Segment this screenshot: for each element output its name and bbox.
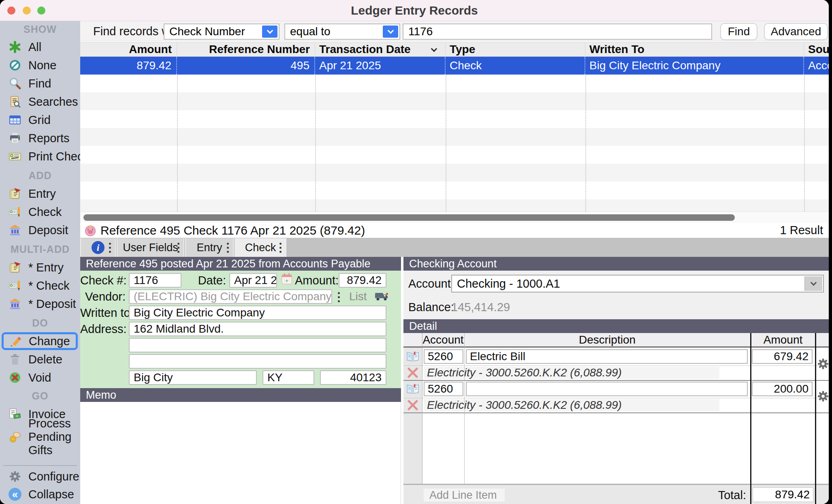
sidebar-item-searches[interactable]: Searches [0,93,80,111]
scrollbar-thumb[interactable] [83,214,735,221]
line1-description-input[interactable]: Electric Bill [466,349,748,364]
account-label: Account: [408,276,454,291]
sidebar-item-change[interactable]: Change [2,332,78,350]
find-button[interactable]: Find [720,23,757,40]
find-operator-select[interactable]: equal to [284,23,400,40]
cell-written-to: Big City Electric Company [585,57,804,75]
sidebar-item-entry[interactable]: Entry [0,185,80,203]
sidebar-item-check[interactable]: Check [0,203,80,221]
column-header-type[interactable]: Type [446,43,585,56]
chevron-down-icon[interactable] [804,276,822,291]
detail-table-header: Account Description Amount [403,333,829,348]
line2-gear-icon[interactable] [817,390,829,404]
address-line1-input[interactable]: 162 Midland Blvd. [129,322,386,336]
amount-label: Amount: [295,273,335,288]
detail-grid-line [815,333,816,504]
sidebar-item-collapse[interactable]: Collapse [0,485,80,503]
line1-amount-input[interactable]: 679.42 [752,349,813,364]
column-separator [446,75,446,211]
tab-menu-dots-icon[interactable] [177,243,179,253]
tab-check[interactable]: Check [235,238,286,257]
cell-source: Accounts Payable [804,57,829,75]
sidebar-item-configure[interactable]: Configure [0,468,80,485]
zip-input[interactable]: 40123 [320,370,386,385]
sidebar-item-multi-deposit[interactable]: * Deposit [0,295,80,313]
line2-description-input[interactable] [466,382,748,396]
sidebar-item-reports[interactable]: Reports [0,129,80,147]
tab-menu-dots-icon[interactable] [227,243,229,253]
column-separator [804,75,805,211]
sidebar-item-multi-entry[interactable]: * Entry [0,258,80,276]
truck-icon[interactable] [374,290,389,304]
sidebar-item-all[interactable]: All [0,38,80,56]
delete-line-x-icon[interactable] [407,399,419,413]
memo-input[interactable] [80,402,401,504]
total-value: 879.42 [753,487,813,502]
tab-menu-dots-icon[interactable] [109,243,111,253]
invoice-icon [8,407,22,421]
sidebar-item-find[interactable]: Find [0,75,80,92]
detail-column-amount: Amount [750,333,816,346]
check-number-input[interactable]: 1176 [129,273,181,288]
print-check-icon [8,149,22,163]
column-header-written-to[interactable]: Written To [585,43,804,56]
address-line3-input[interactable] [129,354,386,369]
line1-account-input[interactable]: 5260 [424,349,463,364]
chevron-down-icon[interactable] [262,26,277,38]
vendor-input[interactable]: (ELECTRIC) Big City Electric Company [129,289,332,304]
line1-gear-icon[interactable] [817,358,829,372]
ledger-book-icon[interactable] [406,383,420,397]
sidebar-item-label: Searches [28,95,78,109]
sidebar-item-label: Grid [28,113,51,127]
sidebar-item-print-check[interactable]: Print Check [0,147,80,165]
sidebar-item-grid[interactable]: Grid [0,111,80,129]
column-header-amount[interactable]: Amount [80,43,177,56]
tab-entry[interactable]: Entry [185,238,234,257]
chevron-down-icon[interactable] [383,26,398,38]
hand-coin-icon [8,430,22,444]
sidebar-item-deposit[interactable]: Deposit [0,221,80,239]
tab-user-fields[interactable]: User Fields [117,238,184,257]
check-form-panel: Check #: 1176 Date: Apr 21 2025 Amount: … [80,271,401,388]
vendor-label: Vendor: [80,289,126,304]
check-panel-header: Reference 495 posted Apr 21 2025 from Ac… [80,257,401,271]
written-to-input[interactable]: Big City Electric Company [129,305,386,320]
sidebar-item-delete[interactable]: Delete [0,350,80,368]
city-input[interactable]: Big City [129,370,257,385]
tab-menu-dots-icon[interactable] [279,243,282,253]
sidebar-item-label: None [28,59,56,72]
tab-label: Check [245,241,276,254]
add-line-item-button[interactable]: Add Line Item [424,489,505,502]
sidebar-item-label: Configure [28,470,79,483]
column-header-reference-number[interactable]: Reference Number [177,43,315,56]
find-field-select[interactable]: Check Number [164,23,279,40]
sidebar-item-none[interactable]: None [0,56,80,74]
line2-account-input[interactable]: 5260 [424,382,463,396]
selected-result-row[interactable]: 879.42 495 Apr 21 2025 Check Big City El… [80,57,829,75]
calendar-icon[interactable] [280,273,293,287]
vendor-list-label[interactable]: List [349,289,367,304]
ledger-book-icon[interactable] [406,350,420,364]
sidebar-item-label: All [28,41,41,54]
sidebar-item-void[interactable]: Void [0,369,80,387]
sidebar: SHOW All None Find Searches Grid Reports… [0,21,80,504]
results-table-body[interactable] [80,75,829,211]
column-header-source[interactable]: Source [804,43,829,56]
horizontal-scrollbar[interactable] [80,211,829,223]
find-value-input[interactable]: 1176 [403,23,712,40]
line2-amount-input[interactable]: 200.00 [752,382,813,396]
sidebar-item-process-pending-gifts[interactable]: Process Pending Gifts [0,421,80,452]
date-input[interactable]: Apr 21 2025 [229,273,277,288]
state-input[interactable]: KY [262,370,314,385]
sidebar-section-do: DO [0,317,80,329]
column-header-transaction-date[interactable]: Transaction Date [315,43,446,56]
check-pencil-icon [8,279,22,293]
delete-line-x-icon[interactable] [407,367,419,380]
sidebar-item-multi-check[interactable]: * Check [0,277,80,295]
tab-info[interactable] [80,238,116,257]
detail-column-account: Account [422,333,464,346]
account-select[interactable]: Checking - 1000.A1 [451,275,824,293]
advanced-find-button[interactable]: Advanced Find [764,23,828,40]
address-line2-input[interactable] [129,338,386,352]
amount-input[interactable]: 879.42 [339,273,386,288]
